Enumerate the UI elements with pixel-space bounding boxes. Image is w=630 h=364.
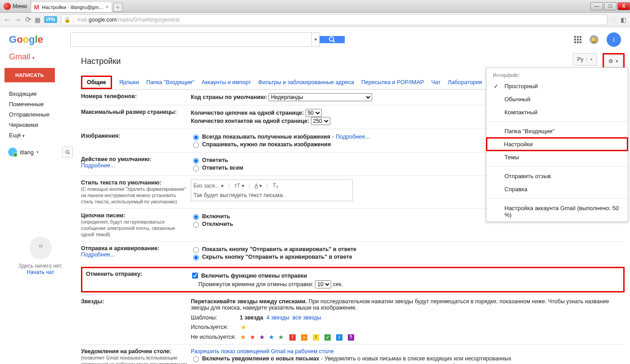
minimize-button[interactable]: — <box>590 2 603 10</box>
row-archive: Отправка и архивирование:Подробнее... По… <box>81 242 625 265</box>
window-close-button[interactable]: X <box>617 2 630 10</box>
hangouts-search-button[interactable] <box>62 147 73 157</box>
undo-seconds-select[interactable]: 10 <box>315 280 331 288</box>
close-icon[interactable]: × <box>106 4 109 10</box>
label-threads: Цепочки писем:(определяет, будут ли груп… <box>81 212 191 238</box>
yellow-bang-icon[interactable]: ! <box>313 334 319 341</box>
speed-dial-icon[interactable]: ▦ <box>35 16 40 23</box>
tab-title: Настройки - itlangru@gm... <box>42 4 103 10</box>
menu-help[interactable]: Справка <box>486 183 628 196</box>
checkbox-undo-enable[interactable] <box>192 273 198 279</box>
hangouts-user[interactable]: itlang ▾ <box>4 144 76 160</box>
font-color-select[interactable]: A ▾ <box>255 183 262 189</box>
tab-general[interactable]: Общие <box>87 76 106 89</box>
tab-chat[interactable]: Чат <box>431 76 441 89</box>
menu-settings[interactable]: Настройки <box>486 137 628 151</box>
country-code-select[interactable]: Нидерланды <box>269 93 372 101</box>
menu-account-setup[interactable]: Настройка аккаунта Gmail (выполнено: 50 … <box>486 202 628 221</box>
svg-point-0 <box>329 37 333 41</box>
radio-images-always[interactable] <box>193 135 199 140</box>
purple-question-icon[interactable]: ? <box>348 334 354 341</box>
sidebar-item-drafts[interactable]: Черновики <box>4 120 76 130</box>
default-action-more[interactable]: Подробнее... <box>81 162 115 169</box>
menu-themes[interactable]: Темы <box>486 151 628 164</box>
vpn-badge[interactable]: VPN <box>44 16 57 23</box>
label-phone: Номера телефонов: <box>81 93 191 101</box>
radio-reply[interactable] <box>193 158 199 164</box>
font-size-select[interactable]: тТ ▾ <box>234 183 244 189</box>
unused-stars[interactable]: ★★★★★ ! » ! ✓ i ? <box>240 333 357 341</box>
contacts-per-page-select[interactable]: 250 <box>311 117 330 125</box>
radio-archive-hide[interactable] <box>193 255 199 261</box>
svg-line-1 <box>333 40 335 42</box>
search-options-dropdown[interactable]: ▼ <box>311 33 320 46</box>
tab-labs[interactable]: Лаборатория <box>448 76 482 89</box>
tab-accounts[interactable]: Аккаунты и импорт <box>202 76 251 89</box>
search-icon <box>328 36 336 43</box>
hangouts-empty-text: Здесь ничего нет. <box>4 263 76 269</box>
menu-inbox-config[interactable]: Папка "Входящие" <box>486 125 628 138</box>
start-chat-link[interactable]: Начать чат <box>4 269 76 275</box>
tab-inbox[interactable]: Папка "Входящие" <box>146 76 194 89</box>
compose-button[interactable]: НАПИСАТЬ <box>4 68 55 82</box>
notifications-icon[interactable]: 🔔 <box>590 35 598 44</box>
radio-threads-on[interactable] <box>193 214 199 220</box>
gmail-dropdown[interactable]: Gmail ▾ <box>4 51 76 68</box>
green-check-icon[interactable]: ✓ <box>324 334 331 341</box>
allow-desktop-notifications[interactable]: Разрешить показ оповещений Gmail на рабо… <box>191 348 334 355</box>
language-selector[interactable]: Ру ▼ <box>573 53 597 66</box>
apps-icon[interactable] <box>574 36 581 43</box>
heart-icon[interactable]: ♡ <box>611 16 617 23</box>
sample-text: Так будет выглядеть текст письма. <box>194 192 350 198</box>
settings-dropdown-menu: Интерфейс: Просторный Обычный Компактный… <box>486 67 628 222</box>
radio-archive-show[interactable] <box>193 247 199 253</box>
sidebar-toggle-icon[interactable]: ◧ <box>621 16 626 23</box>
google-logo[interactable]: Google <box>9 34 43 45</box>
density-comfortable[interactable]: Просторный <box>486 80 628 93</box>
images-learn-more[interactable]: Подробнее... <box>336 134 369 140</box>
search-input[interactable] <box>71 33 311 46</box>
orange-arrow-icon[interactable]: » <box>301 334 307 341</box>
back-button[interactable]: ← <box>4 16 11 24</box>
sidebar-item-inbox[interactable]: Входящие <box>4 89 76 99</box>
preset-4-stars[interactable]: 4 звезды <box>266 315 289 321</box>
archive-more[interactable]: Подробнее... <box>81 252 115 258</box>
red-bang-icon[interactable]: ! <box>289 334 296 341</box>
maximize-button[interactable]: ☐ <box>604 2 616 10</box>
label-default-action: Действие по умолчанию:Подробнее... <box>81 156 191 172</box>
font-family-select[interactable]: Без засе... ▾ <box>194 183 224 189</box>
radio-reply-all[interactable] <box>193 166 199 171</box>
opera-menu-button[interactable]: Меню <box>0 0 31 12</box>
url-field[interactable]: 🔒 | mail.google.com/mail/u/0/#settings/g… <box>61 14 608 25</box>
sidebar-item-starred[interactable]: Помеченные <box>4 99 76 109</box>
label-text-style: Стиль текста по умолчанию:(С помощью кно… <box>81 180 191 205</box>
sidebar-item-sent[interactable]: Отправленные <box>4 109 76 120</box>
density-cozy[interactable]: Обычный <box>486 93 628 106</box>
tab-labels[interactable]: Ярлыки <box>119 76 139 89</box>
page-title: Настройки <box>81 57 121 66</box>
radio-threads-off[interactable] <box>193 222 199 228</box>
settings-gear-button[interactable]: ⚙▼ <box>604 55 623 67</box>
tab-forwarding[interactable]: Пересылка и POP/IMAP <box>361 76 424 89</box>
account-avatar[interactable]: i <box>607 32 621 47</box>
forward-button[interactable]: → <box>14 16 22 24</box>
reload-button[interactable]: ⟳ <box>25 15 31 24</box>
search-button[interactable] <box>320 36 345 43</box>
tab-filters[interactable]: Фильтры и заблокированные адреса <box>258 76 354 89</box>
blue-info-icon[interactable]: i <box>336 334 342 341</box>
highlight-gear: ⚙▼ <box>603 53 625 69</box>
clear-formatting-button[interactable]: T× <box>273 182 279 189</box>
label-undo: Отменить отправку: <box>86 271 190 288</box>
sidebar-item-more[interactable]: Ещё ▾ <box>4 130 76 140</box>
user-avatar-icon <box>8 148 17 157</box>
threads-per-page-select[interactable]: 50 <box>306 109 322 117</box>
radio-images-ask[interactable] <box>193 142 199 148</box>
browser-tab[interactable]: M Настройки - itlangru@gm... × <box>31 2 111 12</box>
svg-point-2 <box>66 150 68 153</box>
preset-all-stars[interactable]: все звезды <box>292 315 321 321</box>
new-tab-button[interactable]: + <box>113 3 122 12</box>
radio-notify-new[interactable] <box>193 356 199 362</box>
menu-feedback[interactable]: Отправить отзыв <box>486 170 628 183</box>
density-compact[interactable]: Компактный <box>486 106 628 119</box>
used-stars[interactable]: ★ <box>241 324 250 331</box>
